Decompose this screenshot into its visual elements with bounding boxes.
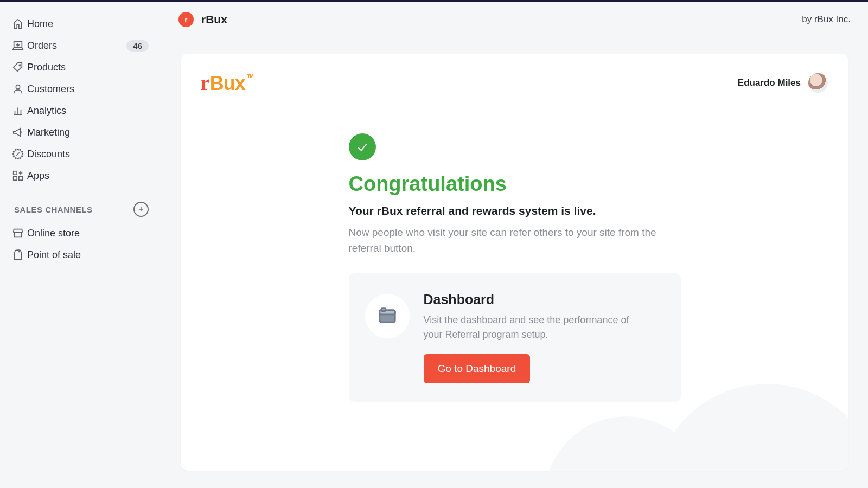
customers-icon [12, 82, 27, 95]
sidebar-item-apps[interactable]: Apps [0, 165, 161, 187]
plus-icon [137, 206, 145, 213]
sidebar-item-products[interactable]: Products [0, 56, 161, 78]
sidebar-item-label: Home [27, 18, 149, 30]
orders-icon [12, 39, 27, 52]
sidebar-item-label: Marketing [27, 127, 149, 138]
point-of-sale-icon [12, 248, 27, 261]
analytics-icon [12, 104, 27, 117]
dashboard-card-content: Dashboard Visit the dashboard and see th… [424, 292, 641, 383]
sidebar-item-analytics[interactable]: Analytics [0, 100, 161, 121]
check-icon [349, 133, 376, 160]
sidebar-item-label: Discounts [27, 149, 149, 160]
svg-rect-4 [19, 177, 22, 180]
sidebar-channel-label: Point of sale [27, 249, 149, 261]
dashboard-description: Visit the dashboard and see the performa… [424, 313, 641, 342]
decorative-cloud [653, 384, 848, 471]
sidebar-channel-label: Online store [27, 228, 149, 239]
svg-point-1 [16, 85, 20, 89]
marketing-icon [12, 126, 27, 139]
success-subtitle: Your rBux referral and rewards system is… [349, 204, 681, 217]
avatar [808, 73, 828, 93]
products-icon [12, 61, 27, 74]
congrats-heading: Congratulations [349, 172, 681, 196]
svg-rect-3 [14, 177, 17, 180]
sales-channels-label: SALES CHANNELS [14, 205, 93, 214]
sidebar: Home Orders 46 Products Customers Anal [0, 2, 161, 488]
go-to-dashboard-button[interactable]: Go to Dashboard [424, 354, 531, 383]
online-store-icon [12, 227, 27, 240]
sidebar-item-orders[interactable]: Orders 46 [0, 35, 161, 56]
sidebar-item-label: Analytics [27, 105, 149, 117]
sidebar-item-label: Customers [27, 84, 149, 95]
main-area: r rBux by rBux Inc. r Bux TM Eduardo Mil… [161, 2, 868, 488]
sidebar-channel-online-store[interactable]: Online store [0, 222, 161, 244]
content-wrap: r Bux TM Eduardo Miles Congratulations Y… [161, 37, 868, 488]
sidebar-item-home[interactable]: Home [0, 13, 161, 35]
sidebar-item-discounts[interactable]: Discounts [0, 143, 161, 165]
sales-channels-header: SALES CHANNELS [0, 187, 161, 222]
svg-rect-2 [14, 171, 17, 175]
rbux-logo: r Bux TM [200, 70, 253, 95]
sidebar-item-label: Apps [27, 170, 149, 182]
discounts-icon [12, 147, 27, 160]
logo-r: r [200, 70, 209, 95]
logo-tm: TM [247, 73, 253, 79]
success-block: Congratulations Your rBux referral and r… [349, 133, 681, 402]
dashboard-title: Dashboard [424, 292, 641, 307]
svg-point-0 [19, 65, 21, 66]
card-header: r Bux TM Eduardo Miles [181, 54, 848, 101]
app-author: by rBux Inc. [802, 14, 851, 25]
apps-icon [12, 169, 27, 182]
main-card: r Bux TM Eduardo Miles Congratulations Y… [181, 54, 848, 471]
sidebar-channel-point-of-sale[interactable]: Point of sale [0, 244, 161, 266]
app-title: rBux [201, 13, 227, 26]
topbar: r rBux by rBux Inc. [161, 2, 868, 37]
sidebar-item-customers[interactable]: Customers [0, 78, 161, 100]
success-description: Now people who visit your site can refer… [349, 225, 681, 256]
sidebar-item-label: Products [27, 62, 149, 73]
sidebar-item-marketing[interactable]: Marketing [0, 121, 161, 143]
dashboard-icon [365, 294, 410, 338]
sidebar-item-label: Orders [27, 40, 126, 52]
logo-bux: Bux [210, 72, 245, 95]
orders-badge: 46 [126, 40, 149, 52]
user-chip[interactable]: Eduardo Miles [738, 73, 828, 93]
add-channel-button[interactable] [133, 202, 149, 217]
user-name: Eduardo Miles [738, 78, 801, 88]
svg-rect-7 [381, 309, 385, 311]
home-icon [12, 17, 27, 30]
dashboard-card: Dashboard Visit the dashboard and see th… [349, 273, 681, 402]
app-icon: r [178, 12, 194, 27]
